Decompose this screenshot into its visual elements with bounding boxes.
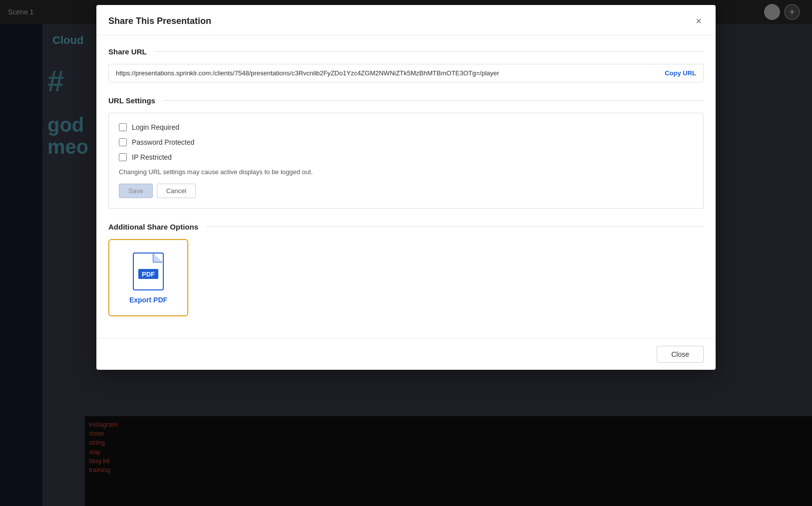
login-required-label: Login Required	[132, 123, 179, 131]
cancel-button[interactable]: Cancel	[157, 184, 196, 198]
export-pdf-card[interactable]: PDF Export PDF	[108, 239, 188, 316]
export-pdf-label: Export PDF	[129, 296, 167, 304]
modal-header: Share This Presentation ×	[96, 5, 716, 35]
url-text: https://presentations.sprinklr.com:/clie…	[116, 69, 659, 77]
share-url-section-title: Share URL	[108, 47, 147, 56]
share-options-grid: PDF Export PDF	[108, 239, 704, 316]
ip-restricted-label: IP Restricted	[132, 153, 172, 161]
additional-share-section: Additional Share Options PDF Export	[108, 223, 704, 316]
password-protected-checkbox[interactable]	[119, 138, 127, 146]
svg-text:PDF: PDF	[142, 270, 155, 278]
share-url-divider	[155, 51, 704, 52]
url-settings-note: Changing URL settings may cause active d…	[119, 168, 693, 176]
pdf-icon: PDF	[132, 252, 164, 291]
additional-share-section-header: Additional Share Options	[108, 223, 704, 231]
modal-title: Share This Presentation	[108, 16, 211, 26]
password-protected-label: Password Protected	[132, 138, 194, 146]
password-protected-row: Password Protected	[119, 138, 693, 146]
modal-footer: Close	[96, 338, 716, 370]
modal-body: Share URL https://presentations.sprinklr…	[96, 35, 716, 338]
login-required-checkbox[interactable]	[119, 123, 127, 131]
url-settings-box: Login Required Password Protected IP Res…	[108, 113, 704, 209]
modal-close-button[interactable]: ×	[694, 14, 704, 28]
login-required-row: Login Required	[119, 123, 693, 131]
modal-overlay: Share This Presentation × Share URL http…	[0, 0, 812, 506]
url-settings-section-title: URL Settings	[108, 96, 155, 105]
ip-restricted-row: IP Restricted	[119, 153, 693, 161]
save-button[interactable]: Save	[119, 184, 153, 198]
additional-share-divider	[206, 227, 704, 227]
additional-share-section-title: Additional Share Options	[108, 223, 198, 231]
share-modal: Share This Presentation × Share URL http…	[96, 5, 716, 370]
footer-close-button[interactable]: Close	[657, 346, 704, 363]
ip-restricted-checkbox[interactable]	[119, 153, 127, 161]
copy-url-button[interactable]: Copy URL	[665, 69, 696, 77]
share-url-section: Share URL https://presentations.sprinklr…	[108, 47, 704, 82]
share-url-section-header: Share URL	[108, 47, 704, 56]
url-settings-divider	[163, 100, 704, 101]
url-settings-btn-row: Save Cancel	[119, 184, 693, 198]
url-field-container: https://presentations.sprinklr.com:/clie…	[108, 64, 704, 82]
url-settings-section: URL Settings Login Required Password Pro…	[108, 96, 704, 209]
url-settings-section-header: URL Settings	[108, 96, 704, 105]
